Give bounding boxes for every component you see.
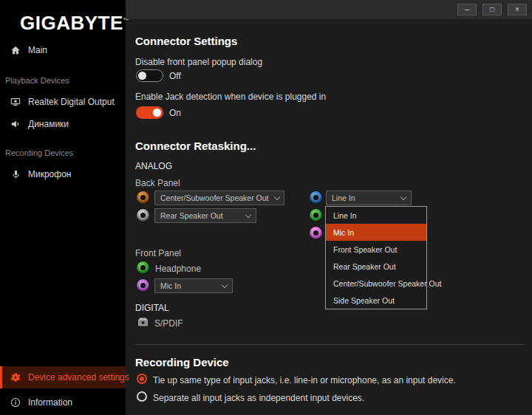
sidebar-item-label: Микрофон: [28, 169, 71, 179]
spdif-label: S/PDIF: [154, 318, 183, 329]
separate-jacks-label: Separate all input jacks as independent …: [153, 393, 364, 403]
menu-item-rear-speaker-out[interactable]: Rear Speaker Out: [326, 258, 426, 275]
sidebar-item-label: Device advanced settings: [28, 372, 129, 383]
speaker-icon: [10, 118, 21, 130]
jack-detection-state: On: [169, 108, 181, 118]
sidebar-item-label: Information: [28, 397, 72, 408]
headphone-label: Headphone: [155, 264, 201, 274]
sidebar-item-realtek-digital-output[interactable]: Realtek Digital Output: [0, 91, 126, 113]
back-jack-gray-icon: [137, 209, 149, 222]
back-jack-green-icon: [310, 209, 322, 222]
back-jack-orange-icon: [137, 191, 149, 204]
popup-dialog-toggle[interactable]: [136, 69, 163, 82]
section-divider: [135, 344, 525, 345]
close-button[interactable]: ×: [508, 4, 527, 16]
jack-detection-toggle[interactable]: [136, 106, 163, 119]
back-jack3-value: Line In: [332, 193, 355, 202]
recording-device-title: Recording Device: [135, 356, 229, 368]
sidebar-item-main[interactable]: Main: [0, 39, 126, 61]
digital-output-icon: [10, 96, 21, 108]
logo-text: GIGABYTE: [20, 12, 123, 34]
microphone-icon: [10, 168, 21, 180]
back-jack1-value: Center/Subwoofer Speaker Out: [160, 193, 269, 202]
sidebar-section-playback: Playback Devices: [5, 75, 69, 86]
chevron-down-icon: [273, 193, 279, 199]
menu-item-mic-in[interactable]: Mic In: [326, 224, 426, 241]
app-window: GIGABYTE™ Main Playback Devices Realtek …: [0, 0, 532, 415]
sidebar: GIGABYTE™ Main Playback Devices Realtek …: [0, 0, 126, 415]
front-jack-green-icon: [137, 261, 149, 274]
menu-item-front-speaker-out[interactable]: Front Speaker Out: [326, 241, 426, 258]
front-mic-value: Mic In: [160, 281, 181, 290]
sidebar-item-speakers[interactable]: Динамики: [0, 113, 126, 135]
front-panel-label: Front Panel: [135, 248, 181, 258]
separate-jacks-radio[interactable]: [137, 391, 147, 402]
home-icon: [10, 44, 21, 56]
jack-detection-label: Enable Jack detection when device is plu…: [135, 92, 326, 102]
maximize-button[interactable]: □: [482, 4, 502, 16]
sidebar-item-information[interactable]: Information: [0, 391, 126, 414]
popup-dialog-label: Disable front panel popup dialog: [135, 57, 262, 67]
front-mic-dropdown[interactable]: Mic In: [154, 278, 233, 293]
titlebar: – □ ×: [126, 0, 532, 19]
menu-item-center-subwoofer-speaker-out[interactable]: Center/Subwoofer Speaker Out: [326, 275, 426, 292]
retask-dropdown-menu: Line In Mic In Front Speaker Out Rear Sp…: [325, 206, 427, 309]
info-icon: [10, 397, 21, 408]
analog-header: ANALOG: [135, 161, 172, 171]
chevron-down-icon: [222, 281, 228, 287]
tie-jacks-label: Tie up same type of input jacks, i.e. li…: [153, 375, 456, 385]
menu-item-line-in[interactable]: Line In: [326, 207, 426, 224]
back-jack-pink-icon: [310, 227, 322, 239]
gear-icon: [10, 371, 21, 383]
chevron-down-icon: [245, 211, 251, 217]
front-jack-purple-icon: [137, 279, 149, 292]
menu-item-side-speaker-out[interactable]: Side Speaker Out: [326, 292, 426, 309]
sidebar-item-label: Main: [28, 45, 47, 55]
back-jack2-dropdown[interactable]: Rear Speaker Out: [154, 208, 256, 223]
back-jack2-value: Rear Speaker Out: [160, 211, 223, 220]
connector-retasking-title: Connector Retasking...: [135, 140, 256, 152]
sidebar-section-recording: Recording Devices: [5, 147, 73, 159]
minimize-button[interactable]: –: [457, 4, 477, 16]
back-jack1-dropdown[interactable]: Center/Subwoofer Speaker Out: [154, 191, 284, 205]
back-panel-label: Back Panel: [135, 178, 180, 188]
back-jack3-dropdown[interactable]: Line In: [326, 191, 412, 205]
spdif-port-icon: [137, 316, 149, 328]
connector-settings-title: Connector Settings: [135, 35, 237, 47]
popup-dialog-state: Off: [169, 71, 181, 81]
sidebar-item-label: Динамики: [28, 119, 69, 129]
back-jack-blue-icon: [310, 191, 322, 204]
tie-jacks-radio[interactable]: [137, 374, 147, 384]
gigabyte-logo: GIGABYTE™: [20, 12, 129, 35]
digital-header: DIGITAL: [135, 303, 169, 313]
chevron-down-icon: [400, 193, 406, 199]
sidebar-item-label: Realtek Digital Output: [28, 97, 115, 107]
sidebar-item-microphone[interactable]: Микрофон: [0, 163, 126, 185]
sidebar-item-device-advanced-settings[interactable]: Device advanced settings: [0, 366, 126, 388]
